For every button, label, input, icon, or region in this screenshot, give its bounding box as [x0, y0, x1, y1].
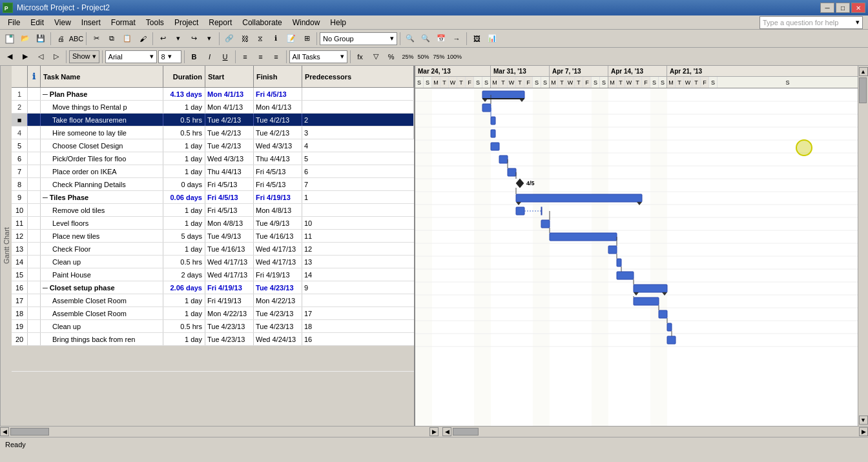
- col-header-task[interactable]: Task Name: [41, 66, 163, 87]
- undo-button[interactable]: ↩: [156, 32, 170, 46]
- cell-task-19[interactable]: Clean up: [41, 320, 163, 332]
- paste-button[interactable]: 📋: [120, 32, 134, 46]
- table-row[interactable]: 16 ─Closet setup phase 2.06 days Fri 4/1…: [12, 281, 414, 294]
- cell-task-9[interactable]: ─Tiles Phase: [41, 191, 163, 203]
- save-button[interactable]: 💾: [34, 32, 48, 46]
- align-left[interactable]: ≡: [238, 50, 253, 64]
- notes-button[interactable]: 📝: [284, 32, 298, 46]
- cell-task-11[interactable]: Level floors: [41, 217, 163, 229]
- table-row[interactable]: 11 Level floors 1 day Mon 4/8/13 Tue 4/9…: [12, 217, 414, 230]
- reports[interactable]: 📊: [485, 32, 499, 46]
- table-row[interactable]: 2 Move things to Rental p 1 day Mon 4/1/…: [12, 101, 414, 114]
- help-search-box[interactable]: Type a question for help ▾: [760, 16, 863, 29]
- font-size-dropdown[interactable]: 8 ▾: [158, 50, 181, 63]
- new-button[interactable]: [3, 32, 17, 46]
- menu-insert[interactable]: Insert: [76, 17, 106, 28]
- col-header-duration[interactable]: Duration: [163, 66, 205, 87]
- zoom-in[interactable]: 🔍: [403, 32, 417, 46]
- menu-project[interactable]: Project: [169, 17, 203, 28]
- scrollbar-thumb[interactable]: [859, 77, 867, 103]
- menu-help[interactable]: Help: [325, 17, 351, 28]
- cell-task-20[interactable]: Bring things back from ren: [41, 333, 163, 345]
- menu-format[interactable]: Format: [106, 17, 141, 28]
- scrollbar-right-arrow[interactable]: ▶: [429, 427, 439, 436]
- cell-task-10[interactable]: Remove old tiles: [41, 204, 163, 216]
- table-row[interactable]: 10 Remove old tiles 1 day Fri 4/5/13 Mon…: [12, 204, 414, 217]
- table-row[interactable]: 18 Assemble Closet Room 1 day Mon 4/22/1…: [12, 307, 414, 320]
- task-info[interactable]: ℹ: [269, 32, 283, 46]
- cell-task-8[interactable]: Check Planning Details: [41, 178, 163, 190]
- table-row[interactable]: 9 ─Tiles Phase 0.06 days Fri 4/5/13 Fri …: [12, 191, 414, 204]
- table-row[interactable]: 4 Hire someone to lay tile 0.5 hrs Tue 4…: [12, 126, 414, 139]
- underline-button[interactable]: U: [218, 50, 232, 64]
- zoom-50[interactable]: 50%: [417, 50, 431, 64]
- col-header-start[interactable]: Start: [205, 66, 254, 87]
- indent-inc[interactable]: ▷: [49, 50, 63, 64]
- gantt-scrollbar-left[interactable]: ◀: [442, 427, 451, 436]
- table-row[interactable]: 13 Check Floor 1 day Tue 4/16/13 Wed 4/1…: [12, 243, 414, 256]
- table-row[interactable]: 8 Check Planning Details 0 days Fri 4/5/…: [12, 178, 414, 191]
- cell-task-1[interactable]: ─Plan Phase: [41, 88, 163, 100]
- show-dropdown[interactable]: Show ▾: [69, 50, 99, 63]
- menu-view[interactable]: View: [49, 17, 76, 28]
- menu-tools[interactable]: Tools: [141, 17, 169, 28]
- copy-button[interactable]: ⧉: [105, 32, 119, 46]
- cell-task-13[interactable]: Check Floor: [41, 243, 163, 255]
- scrollbar-h-thumb[interactable]: [10, 428, 49, 436]
- no-group-dropdown[interactable]: No Group ▾: [320, 32, 397, 45]
- col-header-finish[interactable]: Finish: [254, 66, 302, 87]
- zoom-100[interactable]: 100%: [448, 50, 462, 64]
- cell-task-4[interactable]: Hire someone to lay tile: [41, 126, 163, 139]
- table-row[interactable]: 12 Place new tiles 5 days Tue 4/9/13 Tue…: [12, 230, 414, 243]
- cell-task-2[interactable]: Move things to Rental p: [41, 101, 163, 113]
- cut-button[interactable]: ✂: [89, 32, 103, 46]
- split-button[interactable]: ⧖: [253, 32, 267, 46]
- cell-task-14[interactable]: Clean up: [41, 256, 163, 268]
- scrollbar-down-arrow[interactable]: ▼: [859, 416, 868, 425]
- unlink-button[interactable]: ⛓: [238, 32, 252, 46]
- italic-button[interactable]: I: [203, 50, 217, 64]
- menu-collaborate[interactable]: Collaborate: [237, 17, 287, 28]
- menu-window[interactable]: Window: [287, 17, 326, 28]
- scroll-to-task[interactable]: →: [450, 32, 464, 46]
- table-row[interactable]: ■ Take floor Measuremen 0.5 hrs Tue 4/2/…: [12, 114, 414, 126]
- table-row[interactable]: 5 Choose Closet Design 1 day Tue 4/2/13 …: [12, 139, 414, 152]
- redo-dropdown[interactable]: ▾: [202, 32, 216, 46]
- link-button[interactable]: 🔗: [222, 32, 236, 46]
- nav-back[interactable]: ◀: [3, 50, 17, 64]
- font-dropdown[interactable]: Arial ▾: [105, 50, 157, 63]
- redo-button[interactable]: ↪: [187, 32, 201, 46]
- gantt-scrollbar-right[interactable]: ▶: [859, 427, 868, 436]
- copy-picture[interactable]: 🖼: [470, 32, 484, 46]
- cell-task-17[interactable]: Assemble Closet Room: [41, 294, 163, 306]
- cell-task-16[interactable]: ─Closet setup phase: [41, 281, 163, 294]
- align-right[interactable]: ≡: [269, 50, 284, 64]
- menu-file[interactable]: File: [3, 17, 25, 28]
- cell-task-18[interactable]: Assemble Closet Room: [41, 307, 163, 319]
- fields-button[interactable]: ⊞: [300, 32, 314, 46]
- goto-today[interactable]: 📅: [434, 32, 448, 46]
- table-row[interactable]: 6 Pick/Order Tiles for floo 1 day Wed 4/…: [12, 152, 414, 165]
- cell-task-6[interactable]: Pick/Order Tiles for floo: [41, 152, 163, 165]
- table-row[interactable]: 19 Clean up 0.5 hrs Tue 4/23/13 Tue 4/23…: [12, 320, 414, 333]
- empty-row[interactable]: [12, 346, 414, 372]
- table-row[interactable]: 1 ─Plan Phase 4.13 days Mon 4/1/13 Fri 4…: [12, 88, 414, 101]
- close-button[interactable]: ✕: [851, 3, 865, 13]
- cell-task-15[interactable]: Paint House: [41, 268, 163, 281]
- cell-task-5[interactable]: Choose Closet Design: [41, 139, 163, 152]
- open-button[interactable]: 📂: [18, 32, 32, 46]
- table-row[interactable]: 7 Place order on IKEA 1 day Thu 4/4/13 F…: [12, 165, 414, 178]
- cell-task-3[interactable]: Take floor Measuremen: [41, 114, 163, 126]
- scrollbar-up-arrow[interactable]: ▲: [859, 67, 868, 76]
- undo-dropdown[interactable]: ▾: [171, 32, 185, 46]
- gantt-h-thumb[interactable]: [453, 428, 479, 436]
- scrollbar-left-arrow[interactable]: ◀: [0, 427, 9, 436]
- format-painter[interactable]: 🖌: [136, 32, 150, 46]
- title-bar-controls[interactable]: ─ □ ✕: [820, 3, 865, 13]
- cell-task-7[interactable]: Place order on IKEA: [41, 165, 163, 177]
- menu-report[interactable]: Report: [203, 17, 237, 28]
- menu-edit[interactable]: Edit: [25, 17, 49, 28]
- table-row[interactable]: 15 Paint House 2 days Wed 4/17/13 Fri 4/…: [12, 268, 414, 281]
- table-row[interactable]: 14 Clean up 0.5 hrs Wed 4/17/13 Wed 4/17…: [12, 256, 414, 268]
- all-tasks-dropdown[interactable]: All Tasks ▾: [289, 50, 347, 63]
